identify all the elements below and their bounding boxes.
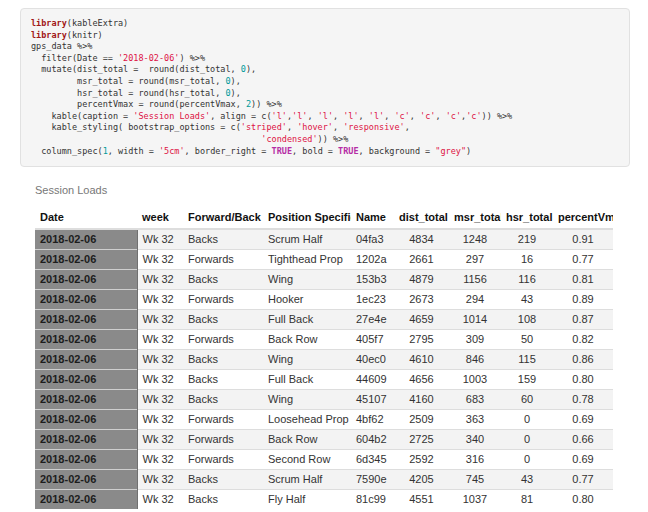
cell-date: 2018-02-06 bbox=[35, 409, 137, 429]
code-token-str: 'condensed' bbox=[261, 134, 317, 144]
cell-week: Wk 32 bbox=[137, 389, 183, 409]
cell-position-specific: Hooker bbox=[263, 289, 351, 309]
cell-name: 27e4e bbox=[351, 309, 394, 329]
code-token-str: 'hover' bbox=[297, 122, 333, 132]
cell-forward-back: Forwards bbox=[183, 249, 263, 269]
code-line: msr_total = round(msr_total, 0), bbox=[31, 76, 619, 88]
table-row: 2018-02-06Wk 32BacksScrum Half04fa348341… bbox=[35, 229, 613, 249]
code-line: library(knitr) bbox=[31, 30, 619, 42]
code-token: , background = bbox=[359, 146, 436, 156]
cell-msr-total: 1156 bbox=[449, 269, 501, 289]
code-token: , bbox=[333, 122, 343, 132]
cell-dist-total: 2795 bbox=[394, 329, 449, 349]
cell-forward-back: Forwards bbox=[183, 289, 263, 309]
code-token-kw: library bbox=[31, 18, 67, 28]
code-token-kw: library bbox=[31, 30, 67, 40]
column-header-forward-back: Forward/Back bbox=[183, 205, 263, 229]
column-header-week: week bbox=[137, 205, 183, 229]
rmarkdown-report-page: library(kableExtra)library(knitr)gps_dat… bbox=[0, 0, 648, 512]
table-row: 2018-02-06Wk 32BacksWing153b348791156116… bbox=[35, 269, 613, 289]
code-token bbox=[31, 134, 261, 144]
cell-name: 4bf62 bbox=[351, 409, 394, 429]
table-row: 2018-02-06Wk 32ForwardsHooker1ec23267329… bbox=[35, 289, 613, 309]
code-token: , bold = bbox=[292, 146, 338, 156]
code-token-str: 'c' bbox=[394, 111, 409, 121]
code-token-str: 'l' bbox=[318, 111, 333, 121]
table-row: 2018-02-06Wk 32BacksFull Back44609465610… bbox=[35, 369, 613, 389]
code-line: column_spec(1, width = '5cm', border_rig… bbox=[31, 146, 619, 158]
cell-percentvmax: 0.78 bbox=[553, 389, 613, 409]
cell-forward-back: Backs bbox=[183, 469, 263, 489]
cell-date: 2018-02-06 bbox=[35, 329, 137, 349]
code-token-lit: TRUE bbox=[338, 146, 358, 156]
cell-week: Wk 32 bbox=[137, 309, 183, 329]
cell-position-specific: Wing bbox=[263, 349, 351, 369]
cell-date: 2018-02-06 bbox=[35, 289, 137, 309]
cell-percentvmax: 0.66 bbox=[553, 429, 613, 449]
column-header-hsr-total: hsr_total bbox=[501, 205, 553, 229]
cell-hsr-total: 219 bbox=[501, 229, 553, 249]
cell-msr-total: 1003 bbox=[449, 369, 501, 389]
cell-position-specific: Wing bbox=[263, 269, 351, 289]
cell-position-specific: Fly Half bbox=[263, 489, 351, 509]
cell-date: 2018-02-06 bbox=[35, 309, 137, 329]
cell-forward-back: Forwards bbox=[183, 429, 263, 449]
cell-dist-total: 2592 bbox=[394, 449, 449, 469]
cell-name: 04fa3 bbox=[351, 229, 394, 249]
column-header-name: Name bbox=[351, 205, 394, 229]
code-token: , bbox=[384, 111, 394, 121]
cell-forward-back: Backs bbox=[183, 489, 263, 509]
r-code-lines: library(kableExtra)library(knitr)gps_dat… bbox=[31, 18, 619, 157]
code-token: filter(Date == bbox=[31, 53, 118, 63]
cell-percentvmax: 0.81 bbox=[553, 269, 613, 289]
code-token-str: 'Session Loads' bbox=[133, 111, 210, 121]
cell-dist-total: 2673 bbox=[394, 289, 449, 309]
cell-percentvmax: 0.82 bbox=[553, 329, 613, 349]
cell-dist-total: 4205 bbox=[394, 469, 449, 489]
code-token: gps_data %>% bbox=[31, 41, 92, 51]
cell-forward-back: Forwards bbox=[183, 329, 263, 349]
cell-percentvmax: 0.86 bbox=[553, 349, 613, 369]
code-token: ), bbox=[231, 88, 241, 98]
code-token: , border_right = bbox=[185, 146, 272, 156]
code-line: library(kableExtra) bbox=[31, 18, 619, 30]
cell-position-specific: Tighthead Prop bbox=[263, 249, 351, 269]
session-loads-table-wrap: Session Loads DateweekForward/BackPositi… bbox=[35, 180, 615, 509]
table-row: 2018-02-06Wk 32ForwardsSecond Row6d34525… bbox=[35, 449, 613, 469]
table-row: 2018-02-06Wk 32BacksFull Back27e4e465910… bbox=[35, 309, 613, 329]
code-token: , bbox=[410, 111, 420, 121]
cell-forward-back: Backs bbox=[183, 349, 263, 369]
cell-percentvmax: 0.89 bbox=[553, 289, 613, 309]
code-token: ) %>% bbox=[179, 53, 205, 63]
code-token: )) %>% bbox=[318, 134, 349, 144]
code-token: kable_styling( bootstrap_options = c( bbox=[31, 122, 241, 132]
cell-percentvmax: 0.87 bbox=[553, 309, 613, 329]
cell-msr-total: 316 bbox=[449, 449, 501, 469]
cell-week: Wk 32 bbox=[137, 289, 183, 309]
code-token: column_spec( bbox=[31, 146, 103, 156]
cell-forward-back: Backs bbox=[183, 369, 263, 389]
cell-dist-total: 4879 bbox=[394, 269, 449, 289]
cell-position-specific: Full Back bbox=[263, 309, 351, 329]
cell-dist-total: 2509 bbox=[394, 409, 449, 429]
code-token: , bbox=[333, 111, 343, 121]
cell-forward-back: Backs bbox=[183, 229, 263, 249]
code-token-str: 'c' bbox=[420, 111, 435, 121]
cell-name: 6d345 bbox=[351, 449, 394, 469]
code-line: filter(Date == '2018-02-06') %>% bbox=[31, 53, 619, 65]
column-header-position-specific: Position Specific bbox=[263, 205, 351, 229]
cell-msr-total: 363 bbox=[449, 409, 501, 429]
table-row: 2018-02-06Wk 32ForwardsBack Row604b22725… bbox=[35, 429, 613, 449]
cell-week: Wk 32 bbox=[137, 329, 183, 349]
cell-msr-total: 309 bbox=[449, 329, 501, 349]
cell-msr-total: 1248 bbox=[449, 229, 501, 249]
cell-name: 7590e bbox=[351, 469, 394, 489]
cell-name: 604b2 bbox=[351, 429, 394, 449]
cell-forward-back: Forwards bbox=[183, 409, 263, 429]
cell-date: 2018-02-06 bbox=[35, 369, 137, 389]
cell-hsr-total: 16 bbox=[501, 249, 553, 269]
cell-date: 2018-02-06 bbox=[35, 489, 137, 509]
code-token: , bbox=[359, 111, 369, 121]
cell-date: 2018-02-06 bbox=[35, 249, 137, 269]
cell-hsr-total: 43 bbox=[501, 289, 553, 309]
